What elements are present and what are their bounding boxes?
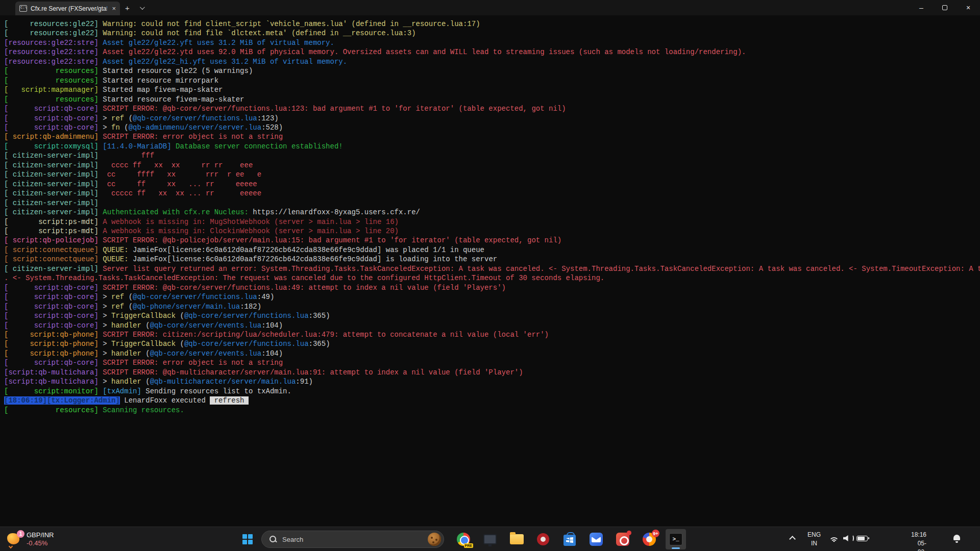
volume-icon[interactable] — [843, 535, 849, 541]
console-line: [ resources] Scanning resources. — [4, 406, 980, 415]
console-line: [ citizen-server-impl] ccccc ff xx xx ..… — [4, 189, 980, 198]
console-line: [ script:qb-core] SCRIPT ERROR: error ob… — [4, 358, 980, 367]
console-line: [ citizen-server-impl] Server list query… — [4, 264, 980, 273]
chrome-pre-badge: PRE — [464, 543, 473, 548]
console-line: [ script:connectqueue] QUEUE: JamieFox[l… — [4, 255, 980, 264]
new-tab-button[interactable]: + — [120, 0, 135, 15]
widget-chevron-down-icon — [9, 544, 13, 548]
browser-notification-badge: 9+ — [652, 530, 659, 537]
console-line: [resources:gle22:stre] Asset gle22/gle22… — [4, 57, 980, 66]
console-line: [script:qb-multichara] > handler (@qb-mu… — [4, 377, 980, 386]
language-indicator[interactable]: ENG IN — [807, 531, 821, 548]
console-line: [ script:qb-core] > fn (@qb-adminmenu/se… — [4, 123, 980, 132]
taskbar-apps: PRE 9+ — [453, 529, 686, 549]
tray-time: 18:16 — [911, 531, 926, 538]
chevron-down-icon — [140, 5, 145, 10]
console-line: [ script:qb-phone] > handler (@qb-core/s… — [4, 349, 980, 358]
store-bag-icon — [564, 535, 576, 546]
window-controls: – × — [910, 0, 980, 15]
terminal-titlebar: Cfx.re Server (FXServer/gta5/f × + – × — [0, 0, 980, 15]
console-line: [18:06:19][tx:Logger:Admin] LenardFoxx e… — [4, 396, 980, 405]
tray-chevron-up-icon[interactable] — [789, 536, 796, 542]
taskbar-app-monitor[interactable] — [480, 529, 500, 549]
close-button[interactable]: × — [957, 0, 980, 15]
console-line: [ script:qb-policejob] SCRIPT ERROR: @qb… — [4, 236, 980, 245]
console-line: [resources:gle22:stre] Asset gle22/gle22… — [4, 47, 980, 57]
start-button[interactable] — [237, 529, 258, 549]
taskbar: 1 GBP/INR -0.45% Search PRE — [0, 527, 980, 551]
console-line: [ citizen-server-impl] Authenticated wit… — [4, 208, 980, 217]
monitor-icon — [483, 534, 497, 544]
windows-logo-icon — [242, 534, 253, 544]
folder-icon — [510, 534, 524, 544]
taskbar-app-record[interactable] — [533, 529, 553, 549]
console-line: [ script:ps-mdt] A webhook is missing in… — [4, 217, 980, 227]
taskbar-app-browser[interactable]: 9+ — [639, 529, 659, 549]
desktop: Cfx.re Server (FXServer/gta5/f × + – × [… — [0, 0, 980, 551]
record-icon — [537, 533, 549, 545]
currency-change-label: -0.45% — [27, 539, 54, 547]
cmd-icon — [19, 5, 27, 12]
console-line: [ script:oxmysql] [11.4.0-MariaDB] Datab… — [4, 142, 980, 151]
console-line: [ script:ps-mdt] A webhook is missing in… — [4, 227, 980, 236]
console-line: [ script:monitor] [txAdmin] Sending reso… — [4, 387, 980, 396]
console-line: [ script:qb-core] > ref (@qb-core/server… — [4, 114, 980, 123]
tab-dropdown-button[interactable] — [135, 0, 149, 15]
console-line: [ script:qb-core] > TriggerCallback (@qb… — [4, 311, 980, 320]
tray-date: 05-02-2024 — [913, 540, 926, 551]
console-line: [ script:qb-adminmenu] SCRIPT ERROR: err… — [4, 132, 980, 141]
console-line: [ script:qb-core] SCRIPT ERROR: @qb-core… — [4, 283, 980, 292]
taskbar-app-file-explorer[interactable] — [506, 529, 527, 549]
currency-pair-label: GBP/INR — [27, 531, 54, 539]
maximize-icon — [942, 5, 947, 10]
mail-icon — [590, 533, 603, 546]
taskbar-app-store[interactable] — [559, 529, 580, 549]
console-line: . <- System.Threading.Tasks.TaskCanceled… — [4, 273, 980, 283]
console-line: [ script:mapmanager] Started map fivem-m… — [4, 85, 980, 94]
minimize-button[interactable]: – — [910, 0, 933, 15]
console-line: [ citizen-server-impl] cc ff xx ... rr e… — [4, 180, 980, 189]
console-line: [script:qb-multichara] SCRIPT ERROR: @qb… — [4, 368, 980, 377]
weather-widget-icon: 1 — [7, 532, 22, 547]
console-line: [ citizen-server-impl] cc ffff xx rrr r … — [4, 170, 980, 179]
console-line: [ script:connectqueue] QUEUE: JamieFox[l… — [4, 245, 980, 255]
console-line: [ citizen-server-impl] — [4, 198, 980, 208]
console-line: [ script:qb-phone] > TriggerCallback (@q… — [4, 339, 980, 348]
console-line: [ resources] Started resource fivem-map-… — [4, 95, 980, 104]
widgets-button[interactable]: 1 GBP/INR -0.45% — [4, 529, 57, 549]
console-line: [ script:qb-core] SCRIPT ERROR: @qb-core… — [4, 104, 980, 113]
console-line: [ citizen-server-impl] cccc ff xx xx rr … — [4, 161, 980, 170]
terminal-tab[interactable]: Cfx.re Server (FXServer/gta5/f × — [15, 2, 120, 15]
language-code: ENG — [807, 531, 821, 538]
console-line: [ resources] Started resource gle22 (5 w… — [4, 66, 980, 76]
region-code: IN — [811, 540, 817, 547]
search-input[interactable]: Search — [261, 531, 444, 548]
photos-notification-dot — [627, 531, 631, 535]
console-line: [ resources:gle22] Warning: could not fi… — [4, 19, 980, 29]
notification-bell-icon[interactable] — [953, 535, 961, 542]
console-line: [ script:qb-phone] SCRIPT ERROR: citizen… — [4, 330, 980, 339]
maximize-button[interactable] — [933, 0, 957, 15]
taskbar-app-chrome[interactable]: PRE — [453, 529, 474, 549]
terminal-icon: >_ — [669, 533, 682, 545]
battery-icon[interactable] — [856, 536, 868, 541]
search-highlight-image[interactable] — [428, 533, 441, 546]
console-line: [resources:gle22:stre] Asset gle22/gle22… — [4, 38, 980, 47]
taskbar-app-photos[interactable] — [612, 529, 633, 549]
console-output: [ resources:gle22] Warning: could not fi… — [0, 16, 980, 527]
search-placeholder: Search — [282, 536, 303, 543]
tab-title: Cfx.re Server (FXServer/gta5/f — [31, 5, 107, 12]
taskbar-app-mail[interactable] — [586, 529, 606, 549]
clock[interactable]: 18:16 05-02-2024 — [911, 531, 926, 551]
search-icon — [269, 535, 277, 543]
taskbar-app-terminal[interactable]: >_ — [666, 529, 686, 549]
wifi-icon[interactable] — [829, 534, 839, 542]
console-line: [ script:qb-core] > handler (@qb-core/se… — [4, 321, 980, 330]
console-line: [ script:qb-core] > ref (@qb-phone/serve… — [4, 302, 980, 311]
widget-badge: 1 — [17, 530, 24, 538]
tab-close-icon[interactable]: × — [112, 5, 116, 12]
console-line: [ citizen-server-impl] fff — [4, 151, 980, 160]
console-line: [ resources] Started resource mirrorpark — [4, 76, 980, 85]
console-line: [ resources:gle22] Warning: could not fi… — [4, 29, 980, 38]
console-line: [ script:qb-core] > ref (@qb-core/server… — [4, 292, 980, 302]
